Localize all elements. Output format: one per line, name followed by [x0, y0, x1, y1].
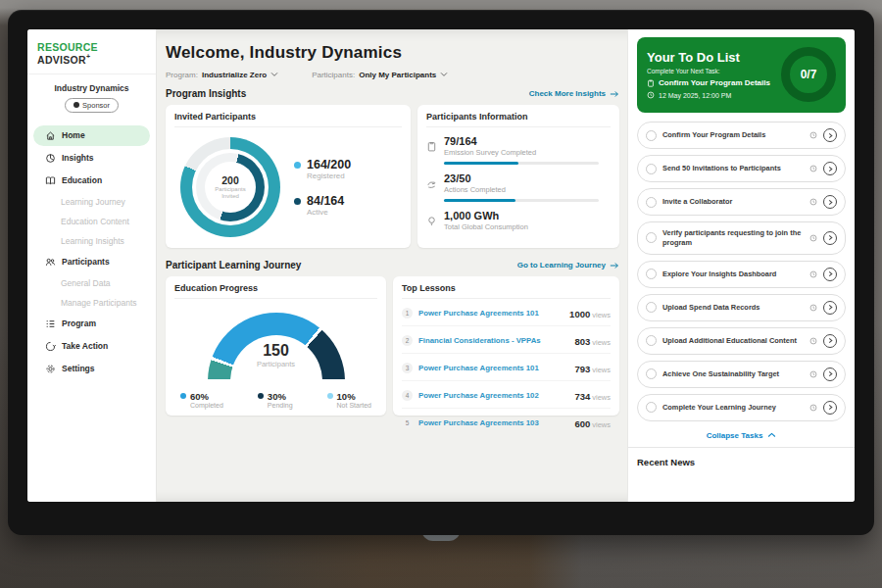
- lesson-row: 2 Financial Considerations - VPPAs 803vi…: [402, 326, 611, 354]
- invited-participants-card: Invited Participants 200 Participants In…: [166, 105, 411, 248]
- lesson-link[interactable]: Power Purchase Agreements 103: [418, 418, 568, 427]
- todo-card: Your To Do List Complete Your Next Task:…: [637, 37, 846, 113]
- top-lessons-card: Top Lessons 1 Power Purchase Agreements …: [393, 276, 619, 416]
- legend-completed: 60% Completed: [180, 391, 223, 409]
- task-row[interactable]: Confirm Your Program Details: [637, 122, 846, 149]
- task-checkbox[interactable]: [646, 269, 657, 279]
- task-row[interactable]: Complete Your Learning Journey: [637, 394, 846, 421]
- task-checkbox[interactable]: [646, 197, 657, 208]
- task-checkbox[interactable]: [646, 232, 657, 243]
- task-checkbox[interactable]: [646, 130, 657, 141]
- chevron-right-button[interactable]: [823, 128, 837, 142]
- sidebar-item-education-content[interactable]: Education Content: [27, 212, 156, 231]
- learning-journey-title: Participant Learning Journey: [166, 260, 301, 270]
- sidebar: RESOURCE ADVISOR+ Industry Dynamics Spon…: [27, 29, 157, 502]
- lesson-row: 1 Power Purchase Agreements 101 1000view…: [402, 299, 611, 326]
- sponsor-icon: [74, 102, 79, 108]
- clipboard-icon: [647, 79, 655, 87]
- task-checkbox[interactable]: [646, 164, 657, 174]
- monitor-bezel: RESOURCE ADVISOR+ Industry Dynamics Spon…: [8, 10, 874, 535]
- chevron-right-button[interactable]: [823, 268, 837, 281]
- program-insights-title: Program Insights: [166, 88, 246, 99]
- chevron-up-icon: [767, 432, 776, 438]
- task-checkbox[interactable]: [646, 368, 657, 379]
- task-row[interactable]: Invite a Collaborator: [637, 188, 846, 216]
- legend-not-started: 10% Not Started: [327, 391, 371, 409]
- clock-icon: [809, 270, 817, 278]
- info-row: 1,000 GWh Total Global Consumption: [426, 210, 611, 231]
- legend-pending: 30% Pending: [258, 391, 293, 409]
- take-action-icon: [45, 341, 56, 352]
- org-name: Industry Dynamics: [27, 83, 156, 93]
- lesson-row: 3 Power Purchase Agreements 101 793views: [402, 354, 611, 381]
- sidebar-item-participants[interactable]: Participants: [33, 252, 150, 272]
- clock-icon: [809, 165, 817, 172]
- collapse-tasks-link[interactable]: Collapse Tasks: [637, 427, 846, 447]
- legend-dot: [294, 162, 301, 169]
- brand-logo: RESOURCE ADVISOR+: [27, 29, 156, 74]
- legend-active: 84/164 Active: [294, 194, 351, 217]
- sidebar-item-general-data[interactable]: General Data: [27, 273, 156, 293]
- task-checkbox[interactable]: [646, 302, 657, 313]
- page-title: Welcome, Industry Dynamics: [166, 43, 619, 63]
- task-row[interactable]: Send 50 Invitations to Participants: [637, 155, 846, 182]
- clock-icon: [647, 91, 655, 99]
- chevron-down-icon: [270, 71, 278, 79]
- sidebar-item-learning-journey[interactable]: Learning Journey: [27, 192, 156, 212]
- sponsor-badge: Sponsor: [65, 98, 119, 113]
- lesson-row: 5 Power Purchase Agreements 103 600views: [402, 409, 611, 435]
- chevron-right-button[interactable]: [823, 401, 837, 415]
- go-to-learning-journey-link[interactable]: Go to Learning Journey: [517, 261, 619, 270]
- chevron-right-button[interactable]: [823, 301, 837, 315]
- task-row[interactable]: Verify participants requesting to join t…: [637, 221, 846, 255]
- bulb-icon: [426, 213, 437, 223]
- lesson-link[interactable]: Power Purchase Agreements 102: [418, 391, 568, 400]
- sidebar-item-education[interactable]: Education: [33, 171, 150, 191]
- check-more-insights-link[interactable]: Check More Insights: [529, 89, 619, 98]
- pie-chart-icon: [45, 153, 56, 164]
- list-icon: [45, 318, 56, 329]
- task-row[interactable]: Explore Your Insights Dashboard: [637, 261, 846, 288]
- lesson-link[interactable]: Power Purchase Agreements 101: [418, 364, 568, 372]
- task-list: Confirm Your Program Details Send 50 Inv…: [637, 122, 846, 427]
- info-row: 79/164 Emission Survey Completed: [426, 135, 611, 165]
- participants-information-card: Participants Information 79/164 Emission…: [417, 105, 619, 248]
- invited-participants-donut: 200 Participants Invited: [180, 137, 280, 237]
- arrow-right-icon: [610, 262, 619, 270]
- lesson-link[interactable]: Financial Considerations - VPPAs: [418, 336, 568, 345]
- chevron-right-button[interactable]: [823, 162, 837, 175]
- task-row[interactable]: Upload Additional Educational Content: [637, 327, 846, 355]
- clock-icon: [809, 131, 817, 139]
- recent-news-section: Recent News: [628, 447, 855, 479]
- chevron-right-button[interactable]: [823, 368, 837, 381]
- sidebar-item-home[interactable]: Home: [33, 125, 150, 146]
- chevron-down-icon: [440, 71, 448, 79]
- chevron-right-button[interactable]: [823, 195, 837, 209]
- clock-icon: [809, 234, 817, 242]
- sidebar-item-learning-insights[interactable]: Learning Insights: [27, 231, 156, 251]
- clock-icon: [809, 370, 817, 378]
- sidebar-nav: Home Insights Education Learning Journey…: [27, 124, 156, 380]
- gear-icon: [45, 364, 56, 374]
- task-checkbox[interactable]: [646, 335, 657, 346]
- progress-bar: [444, 199, 599, 202]
- info-row: 23/50 Actions Completed: [426, 172, 611, 202]
- sidebar-item-settings[interactable]: Settings: [33, 359, 150, 379]
- task-checkbox[interactable]: [646, 402, 657, 413]
- sidebar-item-program[interactable]: Program: [33, 314, 150, 334]
- participants-dropdown[interactable]: Participants: Only My Participants: [312, 71, 448, 79]
- education-progress-card: Education Progress 150 Participants 60%: [166, 276, 386, 416]
- task-row[interactable]: Achieve One Sustainability Target: [637, 361, 846, 388]
- clock-icon: [809, 304, 817, 312]
- task-row[interactable]: Upload Spend Data Records: [637, 294, 846, 321]
- chevron-right-button[interactable]: [823, 231, 837, 245]
- sidebar-item-take-action[interactable]: Take Action: [33, 336, 150, 357]
- legend-dot: [294, 198, 301, 205]
- chevron-right-button[interactable]: [823, 334, 837, 348]
- program-dropdown[interactable]: Program: Industrialize Zero: [166, 71, 278, 79]
- lesson-link[interactable]: Power Purchase Agreements 101: [418, 309, 564, 318]
- sidebar-item-insights[interactable]: Insights: [33, 148, 150, 169]
- book-icon: [45, 175, 56, 186]
- legend-registered: 164/200 Registered: [294, 158, 351, 180]
- sidebar-item-manage-participants[interactable]: Manage Participants: [27, 293, 156, 313]
